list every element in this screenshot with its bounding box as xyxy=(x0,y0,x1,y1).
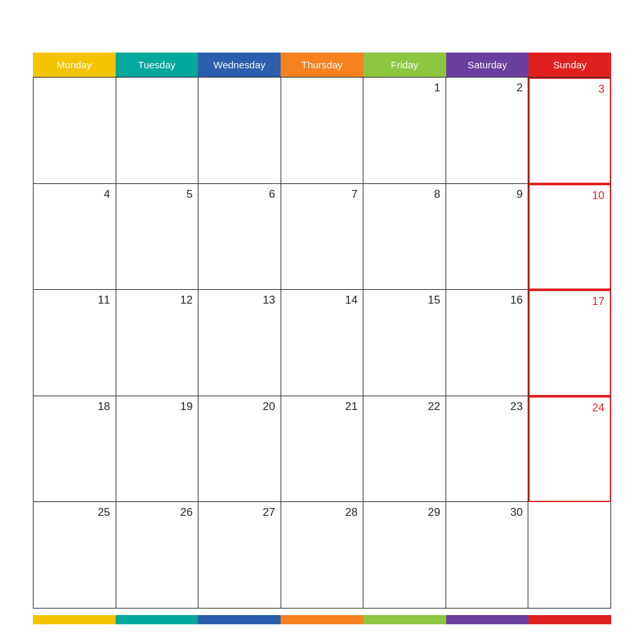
bar-thursday xyxy=(281,615,363,624)
calendar-grid: 1234567891011121314151617181920212223242… xyxy=(33,77,611,609)
cell-day-number: 21 xyxy=(345,400,357,413)
calendar-cell: 8 xyxy=(363,184,446,290)
calendar-cell xyxy=(116,78,199,184)
calendar-cell: 30 xyxy=(446,502,529,609)
cell-day-number: 4 xyxy=(104,188,110,201)
calendar-page: MondayTuesdayWednesdayThursdayFridaySatu… xyxy=(13,13,631,631)
calendar-cell: 16 xyxy=(446,290,529,396)
calendar-cell: 29 xyxy=(363,502,446,609)
cell-day-number: 18 xyxy=(98,400,110,413)
cell-day-number: 12 xyxy=(180,294,193,307)
day-header-friday: Friday xyxy=(363,53,446,77)
cell-day-number: 15 xyxy=(428,294,440,307)
calendar-cell: 27 xyxy=(198,502,281,609)
day-header-monday: Monday xyxy=(33,53,116,77)
calendar-cell: 28 xyxy=(281,502,364,609)
calendar-cell: 14 xyxy=(281,290,364,396)
calendar-cell: 2 xyxy=(446,78,529,184)
calendar-cell: 10 xyxy=(528,184,611,290)
calendar-cell: 13 xyxy=(198,290,281,396)
calendar-cell: 4 xyxy=(34,184,116,290)
cell-day-number: 16 xyxy=(511,294,523,307)
day-header-saturday: Saturday xyxy=(446,53,529,77)
calendar-cell: 20 xyxy=(198,396,281,503)
cell-day-number: 6 xyxy=(269,188,275,201)
bar-wednesday xyxy=(198,615,281,624)
cell-day-number: 19 xyxy=(180,400,193,413)
day-headers-row: MondayTuesdayWednesdayThursdayFridaySatu… xyxy=(33,53,611,77)
cell-day-number: 17 xyxy=(592,295,605,308)
bar-saturday xyxy=(446,615,529,624)
cell-day-number: 10 xyxy=(592,189,605,202)
day-header-wednesday: Wednesday xyxy=(198,53,281,77)
bar-monday xyxy=(33,615,116,624)
cell-day-number: 28 xyxy=(345,506,357,519)
cell-day-number: 30 xyxy=(511,506,523,519)
cell-day-number: 3 xyxy=(599,83,605,96)
bar-tuesday xyxy=(116,615,198,624)
bar-sunday xyxy=(528,615,611,624)
calendar-cell: 5 xyxy=(116,184,199,290)
cell-day-number: 7 xyxy=(352,188,357,201)
cell-day-number: 2 xyxy=(517,81,522,95)
calendar-cell xyxy=(281,78,364,184)
calendar-cell: 23 xyxy=(446,396,529,503)
cell-day-number: 8 xyxy=(434,188,440,201)
cell-day-number: 27 xyxy=(263,506,275,519)
calendar-cell: 15 xyxy=(363,290,446,396)
bottom-color-bar xyxy=(33,615,611,624)
cell-day-number: 13 xyxy=(263,294,275,307)
cell-day-number: 23 xyxy=(511,400,523,413)
calendar-cell: 12 xyxy=(116,290,199,396)
calendar-cell: 19 xyxy=(116,396,199,503)
cell-day-number: 20 xyxy=(263,400,275,413)
cell-day-number: 25 xyxy=(98,506,110,519)
cell-day-number: 11 xyxy=(98,294,110,307)
calendar-cell xyxy=(528,502,611,609)
calendar-cell: 1 xyxy=(363,78,446,184)
calendar-cell: 6 xyxy=(198,184,281,290)
bar-friday xyxy=(363,615,446,624)
calendar-cell: 7 xyxy=(281,184,364,290)
cell-day-number: 29 xyxy=(428,506,440,519)
cell-day-number: 5 xyxy=(187,188,193,201)
cell-day-number: 26 xyxy=(180,506,193,519)
calendar-cell: 21 xyxy=(281,396,364,503)
cell-day-number: 24 xyxy=(592,402,605,415)
cell-day-number: 22 xyxy=(428,400,440,413)
cell-day-number: 14 xyxy=(345,294,357,307)
calendar-cell: 25 xyxy=(34,502,116,609)
cell-day-number: 9 xyxy=(517,188,522,201)
calendar-cell: 18 xyxy=(34,396,116,503)
calendar-cell: 17 xyxy=(528,290,611,396)
calendar-cell: 26 xyxy=(116,502,199,609)
day-header-tuesday: Tuesday xyxy=(116,53,198,77)
calendar-cell xyxy=(34,78,116,184)
calendar-cell: 3 xyxy=(528,78,611,184)
calendar-cell: 24 xyxy=(528,396,611,503)
day-header-sunday: Sunday xyxy=(528,53,611,77)
calendar-cell xyxy=(198,78,281,184)
calendar-cell: 22 xyxy=(363,396,446,503)
calendar-cell: 11 xyxy=(34,290,116,396)
calendar-cell: 9 xyxy=(446,184,529,290)
day-header-thursday: Thursday xyxy=(281,53,363,77)
cell-day-number: 1 xyxy=(434,81,440,95)
